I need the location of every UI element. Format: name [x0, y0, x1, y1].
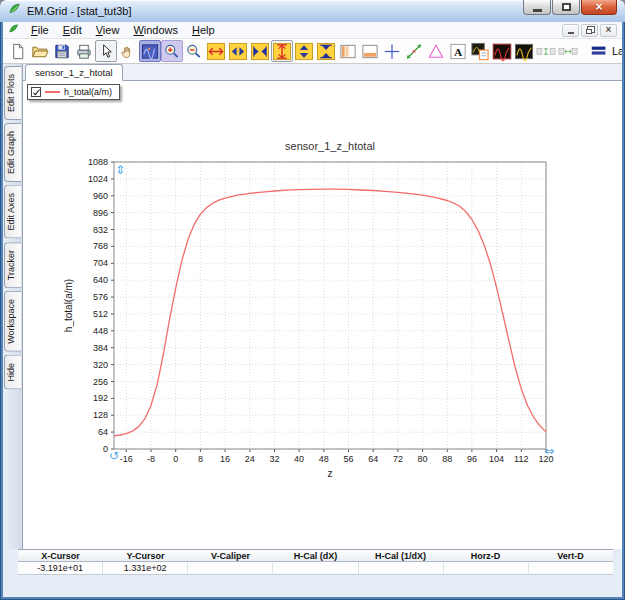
svg-text:384: 384: [93, 343, 108, 353]
cursor-value-5: [444, 562, 529, 574]
svg-text:448: 448: [93, 326, 108, 336]
x-axis-label: z: [328, 468, 333, 479]
pan-tool-icon[interactable]: [117, 40, 139, 62]
expand-y-icon[interactable]: [271, 40, 293, 62]
workspace: Edit PlotsEdit GraphEdit AxesTrackerWork…: [3, 64, 622, 597]
dark-plot-yellow-icon[interactable]: [513, 40, 535, 62]
menu-edit[interactable]: Edit: [56, 23, 89, 37]
shrink-x-icon[interactable]: [227, 40, 249, 62]
titlebar: EM.Grid - [stat_tut3b] ×: [0, 0, 625, 22]
row-layout-icon[interactable]: [359, 40, 381, 62]
sidebar-tab-edit-graph[interactable]: Edit Graph: [4, 123, 21, 182]
sidebar-tab-hide[interactable]: Hide: [4, 355, 21, 390]
plot-thumbnail-icon[interactable]: [469, 40, 491, 62]
svg-text:8: 8: [198, 454, 203, 464]
x-axis-handle[interactable]: ⇔: [544, 444, 554, 458]
mdi-close-button[interactable]: ×: [600, 24, 617, 37]
window-title: EM.Grid - [stat_tut3b]: [27, 5, 132, 17]
svg-text:A: A: [454, 45, 463, 57]
cursor-header-h-cal-1-dx-: H-Cal (1/dX): [358, 550, 443, 561]
chart-title: sensor_1_z_htotal: [285, 140, 375, 152]
svg-text:1088: 1088: [88, 157, 108, 167]
toolbar: ALayout: [3, 38, 622, 64]
svg-text:64: 64: [98, 427, 108, 437]
svg-text:128: 128: [93, 410, 108, 420]
svg-text:832: 832: [93, 225, 108, 235]
caliper-icon[interactable]: [425, 40, 447, 62]
svg-text:72: 72: [393, 454, 403, 464]
menu-file[interactable]: File: [24, 23, 56, 37]
dark-plot-red-icon[interactable]: [491, 40, 513, 62]
shrink-y-icon[interactable]: [293, 40, 315, 62]
mdi-window-controls: ×: [560, 24, 617, 37]
y-axis-handle[interactable]: ⇕: [115, 163, 125, 177]
svg-text:32: 32: [269, 454, 279, 464]
mdi-document-icon[interactable]: [8, 23, 20, 37]
y-axis-label: h_total(a/m): [63, 279, 74, 332]
layout-button-label: Layout: [612, 45, 622, 57]
legend-checkbox[interactable]: [31, 87, 41, 97]
svg-text:1024: 1024: [88, 174, 108, 184]
plot-zoom-tool-icon[interactable]: [139, 40, 161, 62]
document-tabstrip: sensor_1_z_htotal: [23, 64, 622, 81]
cursor-header-horz-d: Horz-D: [443, 550, 528, 561]
svg-text:16: 16: [220, 454, 230, 464]
sidebar-tab-edit-axes[interactable]: Edit Axes: [4, 185, 21, 239]
svg-text:704: 704: [93, 258, 108, 268]
sidebar-rail: Edit PlotsEdit GraphEdit AxesTrackerWork…: [3, 64, 22, 549]
app-icon: [8, 2, 22, 20]
legend-line-sample: [45, 91, 60, 93]
fit-y-icon[interactable]: [315, 40, 337, 62]
svg-text:88: 88: [442, 454, 452, 464]
maximize-button[interactable]: [552, 0, 580, 15]
print-icon[interactable]: [73, 40, 95, 62]
sidebar-tab-tracker[interactable]: Tracker: [4, 242, 21, 288]
zoom-out-icon[interactable]: [183, 40, 205, 62]
text-label-icon[interactable]: A: [447, 40, 469, 62]
cursor-header-h-cal-dx-: H-Cal (dX): [273, 550, 358, 561]
column-layout-icon[interactable]: [337, 40, 359, 62]
expand-x-icon[interactable]: [205, 40, 227, 62]
mdi-minimize-button[interactable]: [562, 24, 579, 37]
mdi-restore-button[interactable]: [581, 24, 598, 37]
vertical-spacing-icon: [535, 40, 557, 62]
cursor-value-2: [188, 562, 273, 574]
pointer-tool-icon[interactable]: [95, 40, 117, 62]
sidebar-tab-edit-plots[interactable]: Edit Plots: [4, 66, 21, 120]
crosshair-icon[interactable]: [381, 40, 403, 62]
svg-text:48: 48: [319, 454, 329, 464]
document-area: sensor_1_z_htotal h_total(a/m) -16-80816…: [22, 64, 622, 549]
svg-text:0: 0: [173, 454, 178, 464]
minimize-icon: [533, 9, 542, 12]
close-button[interactable]: ×: [581, 0, 617, 15]
plot-canvas: h_total(a/m) -16-80816243240485664728088…: [23, 81, 622, 549]
origin-handle[interactable]: ↺: [109, 449, 119, 463]
legend-label: h_total(a/m): [64, 87, 112, 97]
svg-text:512: 512: [93, 309, 108, 319]
svg-text:96: 96: [467, 454, 477, 464]
move-axes-icon[interactable]: [403, 40, 425, 62]
open-file-icon[interactable]: [29, 40, 51, 62]
menu-windows[interactable]: Windows: [126, 23, 185, 37]
chart[interactable]: -16-808162432404856647280889610411212006…: [53, 131, 593, 501]
new-document-icon[interactable]: [7, 40, 29, 62]
menu-view[interactable]: View: [89, 23, 127, 37]
fit-x-icon[interactable]: [249, 40, 271, 62]
svg-text:768: 768: [93, 241, 108, 251]
save-icon[interactable]: [51, 40, 73, 62]
window-controls: ×: [523, 0, 617, 15]
svg-text:80: 80: [418, 454, 428, 464]
app-window: EM.Grid - [stat_tut3b] × FileEditViewWin…: [0, 0, 625, 600]
svg-text:-8: -8: [147, 454, 155, 464]
layout-button[interactable]: Layout: [583, 40, 622, 62]
zoom-in-icon[interactable]: [161, 40, 183, 62]
sidebar-tab-workspace[interactable]: Workspace: [4, 291, 21, 352]
cursor-header-y-cursor: Y-Cursor: [103, 550, 188, 561]
cursor-value-4: [359, 562, 444, 574]
cursor-header-vert-d: Vert-D: [528, 550, 613, 561]
minimize-button[interactable]: [523, 0, 551, 15]
layout-icon: [590, 43, 608, 59]
maximize-icon: [562, 3, 571, 11]
menu-help[interactable]: Help: [185, 23, 222, 37]
document-tab[interactable]: sensor_1_z_htotal: [25, 64, 123, 81]
